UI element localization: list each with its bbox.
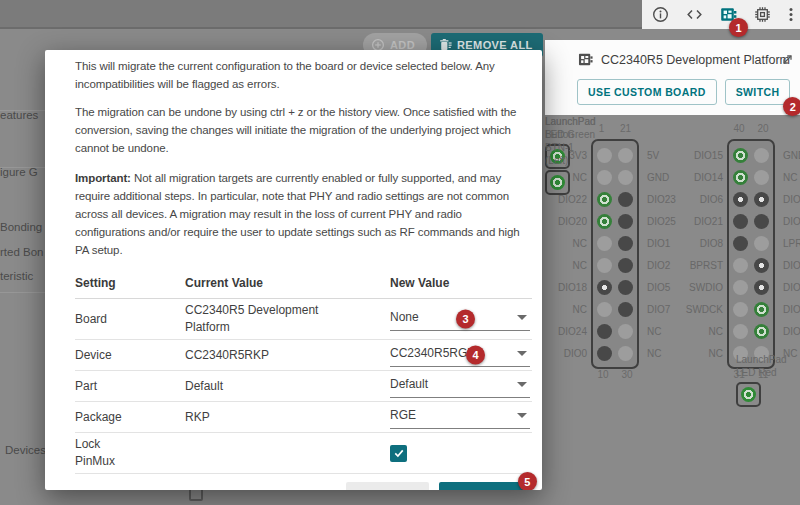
- pin-number: 20: [757, 123, 768, 139]
- pin-row: [597, 144, 633, 166]
- pin-gray: [618, 324, 633, 339]
- pin-darkdot: [733, 192, 748, 207]
- col-header-new: New Value: [390, 275, 532, 292]
- pin-labels-right: 5VGNDDIO23DIO25DIO1DIO2DIO5DIO7NCNC: [643, 123, 676, 385]
- pin-label: NC: [545, 299, 587, 321]
- pin-dark: [618, 236, 633, 251]
- sidebar-item[interactable]: Bonding: [0, 221, 42, 233]
- component-box[interactable]: [545, 170, 570, 195]
- pin-label: DIO6: [681, 189, 723, 211]
- pin-label: NC: [681, 321, 723, 343]
- important-label: Important:: [75, 172, 131, 184]
- pin-number: 1: [599, 123, 605, 139]
- new-value-cell: None3: [390, 307, 532, 331]
- kebab-menu-icon[interactable]: [787, 5, 795, 24]
- pin-number: 21: [620, 123, 631, 139]
- pin-dark: [618, 280, 633, 295]
- pin-number: 40: [733, 123, 744, 139]
- sidebar-item[interactable]: teristic: [0, 270, 33, 282]
- confirm-button[interactable]: CONFIRM5: [439, 482, 528, 490]
- new-value-dropdown[interactable]: RGE: [390, 405, 530, 429]
- pin-row: [733, 144, 769, 166]
- pin-row: [597, 166, 633, 188]
- pin-darkdot: [597, 280, 612, 295]
- dialog-intro-text: This will migrate the current configurat…: [75, 57, 532, 93]
- lock-pinmux-checkbox[interactable]: [390, 445, 407, 462]
- pin-number: 30: [621, 369, 632, 385]
- pin-row: [597, 276, 633, 298]
- new-value-dropdown[interactable]: CC2340R5RGE4: [390, 343, 530, 367]
- cancel-button[interactable]: CANCEL: [346, 482, 429, 490]
- pin-row: [597, 188, 633, 210]
- sidebar-item[interactable]: igure G: [0, 166, 38, 178]
- pin-label: DIO11: [783, 189, 800, 211]
- switch-button[interactable]: SWITCH2: [725, 79, 791, 105]
- pin-row: [733, 232, 769, 254]
- new-value-dropdown[interactable]: None3: [390, 307, 530, 331]
- pin-label: DIO24: [545, 321, 587, 343]
- dialog-important-text: Important: Not all migration targets are…: [75, 169, 532, 259]
- board-icon[interactable]: 1: [719, 5, 738, 24]
- pin-label: DIO12: [783, 277, 800, 299]
- sidebar-divider: [0, 292, 46, 293]
- pin-row: [597, 342, 633, 364]
- expand-icon[interactable]: [781, 52, 794, 70]
- pin-darkdot: [754, 192, 769, 207]
- pin-row: [733, 210, 769, 232]
- pin-label: SWDCK: [681, 299, 723, 321]
- sidebar-item[interactable]: rted Bon: [0, 246, 43, 258]
- setting-cell: Part: [75, 378, 185, 395]
- sidebar-item[interactable]: eatures: [0, 109, 38, 121]
- col-header-setting: Setting: [75, 275, 185, 292]
- pin-dark: [597, 324, 612, 339]
- pin-label: 5V: [647, 145, 676, 167]
- table-row: PackageRKPRGE: [75, 402, 532, 433]
- board-panel-title: CC2340R5 Development Platform: [601, 53, 790, 67]
- pin-label: NC: [783, 167, 800, 189]
- dropdown-value: RGE: [390, 408, 416, 422]
- pin-row: [597, 210, 633, 232]
- pin-green: [733, 148, 748, 163]
- pin-label: SWDIO: [681, 277, 723, 299]
- chip-icon[interactable]: [753, 5, 772, 24]
- pin-label: NC: [545, 255, 587, 277]
- board-icon: [577, 51, 594, 68]
- current-value-cell: Default: [185, 378, 390, 395]
- migration-dialog: This will migrate the current configurat…: [45, 50, 542, 490]
- pin-label: NC: [647, 343, 676, 365]
- sidebar-item[interactable]: Devices: [5, 444, 46, 456]
- pin-label: DIO9: [783, 321, 800, 343]
- code-icon[interactable]: [685, 5, 704, 24]
- component-box[interactable]: [736, 382, 761, 407]
- led-indicator: [550, 175, 565, 190]
- pin-labels-left: DIO15DIO14DIO6DIO21DIO8BPRSTSWDIOSWDCKNC…: [681, 123, 723, 385]
- pin-gray: [733, 302, 748, 317]
- board-pinout-view: 3V3NCDIO22DIO20NCNCDIO18NCDIO24DIO012110…: [545, 115, 800, 505]
- pin-label: DIO10: [783, 299, 800, 321]
- pin-green: [754, 324, 769, 339]
- table-row: Lock PinMux: [75, 433, 532, 474]
- dialog-undo-text: The migration can be undone by using ctr…: [75, 103, 532, 157]
- info-icon[interactable]: [651, 5, 670, 24]
- table-row: DeviceCC2340R5RKPCC2340R5RGE4: [75, 340, 532, 371]
- pin-label: DIO18: [545, 277, 587, 299]
- topbar-icon-group: 1: [642, 0, 800, 29]
- pin-row: [597, 232, 633, 254]
- pin-label: DIO0: [545, 343, 587, 365]
- pin-gray: [754, 236, 769, 251]
- table-row: PartDefaultDefault: [75, 371, 532, 402]
- pin-connector: DIO15DIO14DIO6DIO21DIO8BPRSTSWDIOSWDCKNC…: [681, 123, 800, 385]
- pin-gray: [733, 258, 748, 273]
- pin-row: [733, 188, 769, 210]
- new-value-dropdown[interactable]: Default: [390, 374, 530, 398]
- pin-row: [597, 254, 633, 276]
- use-custom-board-button[interactable]: USE CUSTOM BOARD: [577, 79, 717, 105]
- current-value-cell: CC2340R5RKP: [185, 347, 390, 364]
- pin-gray: [618, 346, 633, 361]
- connector-body: [727, 139, 775, 369]
- chevron-down-icon: [517, 382, 527, 387]
- pin-dark: [618, 214, 633, 229]
- setting-cell: Device: [75, 347, 185, 364]
- pin-label: DIO8: [681, 233, 723, 255]
- pin-label: NC: [681, 343, 723, 365]
